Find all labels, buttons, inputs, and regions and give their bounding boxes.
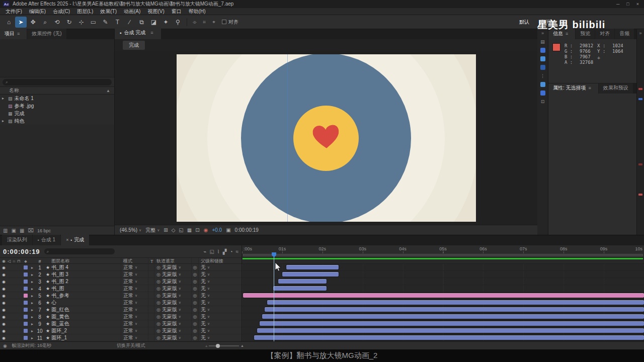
layer-expander-icon[interactable]: ▸ bbox=[29, 315, 35, 319]
layer-label-color[interactable] bbox=[24, 301, 28, 305]
layer-row[interactable]: ◉▸5★书_参考正常∨◎无蒙版∨◎无∨ bbox=[0, 292, 242, 299]
draft-3d-icon[interactable]: ◱ bbox=[209, 249, 214, 254]
track-matte-dropdown[interactable]: ◎无蒙版∨ bbox=[154, 278, 191, 285]
pickwhip-icon[interactable]: ◎ bbox=[156, 279, 160, 284]
blend-mode-dropdown[interactable]: 正常∨ bbox=[121, 264, 148, 271]
layer-label-color[interactable] bbox=[24, 294, 28, 298]
world-axis-mode-icon[interactable]: ⌗ bbox=[200, 17, 209, 28]
layer-label-cell[interactable] bbox=[22, 315, 29, 319]
pixel-aspect-icon[interactable]: ⊡ bbox=[195, 227, 199, 233]
roto-brush-tool[interactable]: ✦ bbox=[160, 17, 172, 28]
timeline-search-input[interactable]: ⌕ bbox=[44, 248, 115, 254]
type-tool[interactable]: T bbox=[112, 17, 123, 28]
dock-mark-red-2[interactable] bbox=[638, 194, 642, 196]
layer-name[interactable]: 圆_蓝色 bbox=[51, 320, 121, 327]
work-area-bar[interactable] bbox=[243, 254, 643, 256]
track-matte-dropdown[interactable]: ◎无蒙版∨ bbox=[154, 264, 191, 271]
pickwhip-icon[interactable]: ◎ bbox=[156, 321, 160, 326]
parent-pickwhip-icon[interactable]: ◎ bbox=[191, 271, 198, 278]
hand-tool[interactable]: ✥ bbox=[27, 17, 39, 28]
track-matte-dropdown[interactable]: ◎无蒙版∨ bbox=[154, 327, 191, 334]
blend-mode-dropdown[interactable]: 正常∨ bbox=[121, 320, 148, 327]
project-tab[interactable]: 效果控件 (无) bbox=[27, 29, 66, 39]
dock-swatch-blue-2[interactable] bbox=[540, 56, 545, 61]
timeline-zoom-slider[interactable]: ▵ ▲ bbox=[205, 344, 244, 348]
parent-pickwhip-icon[interactable]: ◎ bbox=[191, 292, 198, 299]
comp-navigator-chip[interactable]: 完成 bbox=[123, 41, 145, 50]
parent-dropdown[interactable]: 无∨ bbox=[198, 299, 242, 306]
layer-name[interactable]: 书_图 4 bbox=[51, 264, 121, 271]
layer-label-color[interactable] bbox=[24, 280, 28, 284]
layer-label-cell[interactable] bbox=[22, 280, 29, 284]
layer-duration-bar[interactable] bbox=[278, 279, 327, 284]
delete-icon[interactable]: ⌧ bbox=[28, 228, 34, 233]
layer-duration-bar[interactable] bbox=[260, 321, 644, 326]
layer-expander-icon[interactable]: ▸ bbox=[29, 294, 35, 298]
close-icon[interactable]: × bbox=[66, 237, 68, 242]
project-item[interactable]: ▸▨未命名 1 bbox=[0, 95, 114, 102]
layer-label-cell[interactable] bbox=[22, 329, 29, 333]
project-search-input[interactable]: ⌕ bbox=[3, 79, 112, 85]
pan-behind-tool[interactable]: ⊹ bbox=[75, 17, 87, 28]
project-item[interactable]: ▸▨纯色 bbox=[0, 117, 114, 125]
layer-name[interactable]: 圆_黄色 bbox=[51, 313, 121, 320]
properties-tab[interactable]: 属性: 无选择项≡ bbox=[548, 83, 598, 94]
project-item[interactable]: ▤参考 .jpg bbox=[0, 102, 114, 110]
dock-swatch-blue-1[interactable] bbox=[540, 48, 545, 53]
zoom-tool[interactable]: ⌕ bbox=[39, 17, 51, 28]
layer-duration-bar[interactable] bbox=[243, 293, 644, 298]
blend-mode-dropdown[interactable]: 正常∨ bbox=[121, 306, 148, 313]
selection-tool[interactable]: ➤ bbox=[15, 17, 27, 28]
menu-item[interactable]: 效果(T) bbox=[97, 8, 120, 15]
graph-editor-icon[interactable]: ≈ bbox=[236, 249, 239, 254]
menu-item[interactable]: 帮助(H) bbox=[185, 8, 209, 15]
blend-mode-dropdown[interactable]: 正常∨ bbox=[121, 334, 148, 341]
layer-label-cell[interactable] bbox=[22, 294, 29, 298]
track-matte-dropdown[interactable]: ◎无蒙版∨ bbox=[154, 285, 191, 292]
orbit-camera-tool[interactable]: ⟲ bbox=[51, 17, 63, 28]
layer-expander-icon[interactable]: ▸ bbox=[29, 287, 35, 291]
lock-column-icon[interactable]: ⊓ bbox=[17, 259, 20, 263]
clone-stamp-tool[interactable]: ⧉ bbox=[136, 17, 147, 28]
menu-item[interactable]: 文件(F) bbox=[2, 8, 26, 15]
blend-mode-dropdown[interactable]: 正常∨ bbox=[121, 327, 148, 334]
eye-icon[interactable]: ◉ bbox=[2, 329, 6, 333]
expander-icon[interactable]: ▸ bbox=[2, 96, 6, 101]
solo-column-icon[interactable]: ○ bbox=[13, 259, 15, 263]
layer-name[interactable]: 心 bbox=[51, 299, 121, 306]
layer-name[interactable]: 圆环_2 bbox=[51, 327, 121, 334]
blend-mode-dropdown[interactable]: 正常∨ bbox=[121, 313, 148, 320]
layer-row[interactable]: ◉▸10★圆环_2正常∨◎无蒙版∨◎无∨ bbox=[0, 327, 242, 334]
project-name-column-header[interactable]: 名称 ▲ bbox=[0, 86, 114, 95]
layer-label-color[interactable] bbox=[24, 265, 28, 269]
layer-label-color[interactable] bbox=[24, 308, 28, 312]
eye-icon[interactable]: ◉ bbox=[2, 315, 6, 319]
panel-menu-icon[interactable]: ≡ bbox=[148, 28, 155, 37]
number-column-header[interactable]: # bbox=[35, 259, 44, 264]
eraser-tool[interactable]: ◪ bbox=[148, 17, 159, 28]
layer-expander-icon[interactable]: ▸ bbox=[29, 308, 35, 312]
region-of-interest-icon[interactable]: ◱ bbox=[179, 227, 183, 233]
parent-dropdown[interactable]: 无∨ bbox=[198, 313, 242, 320]
layer-row[interactable]: ◉▸9★圆_蓝色正常∨◎无蒙版∨◎无∨ bbox=[0, 320, 242, 327]
exposure-value[interactable]: +0.0 bbox=[212, 227, 222, 233]
brush-tool[interactable]: ∕ bbox=[124, 17, 135, 28]
magnification-dropdown[interactable]: (46.5%) ∨ bbox=[120, 227, 141, 233]
eye-column-icon[interactable]: ◉ bbox=[2, 259, 6, 263]
track-matte-dropdown[interactable]: ◎无蒙版∨ bbox=[154, 292, 191, 299]
layer-label-cell[interactable] bbox=[22, 308, 29, 312]
menu-item[interactable]: 窗口 bbox=[168, 8, 185, 15]
blend-mode-dropdown[interactable]: 正常∨ bbox=[121, 299, 148, 306]
eye-icon[interactable]: ◉ bbox=[2, 273, 6, 277]
layer-row[interactable]: ◉▸4★书_图正常∨◎无蒙版∨◎无∨ bbox=[0, 285, 242, 292]
audio-column-icon[interactable]: ◁ bbox=[8, 259, 11, 263]
pickwhip-icon[interactable]: ◎ bbox=[156, 335, 160, 340]
snap-checkbox[interactable] bbox=[222, 20, 226, 24]
bit-depth-label[interactable]: 16 bpc bbox=[37, 228, 51, 233]
menu-item[interactable]: 编辑(E) bbox=[26, 8, 49, 15]
guide-line[interactable] bbox=[287, 54, 288, 222]
dock-mark-red[interactable] bbox=[638, 88, 642, 90]
resolution-dropdown[interactable]: 完整 ∨ bbox=[145, 227, 159, 234]
parent-dropdown[interactable]: 无∨ bbox=[198, 292, 242, 299]
layer-duration-bar[interactable] bbox=[282, 272, 339, 277]
